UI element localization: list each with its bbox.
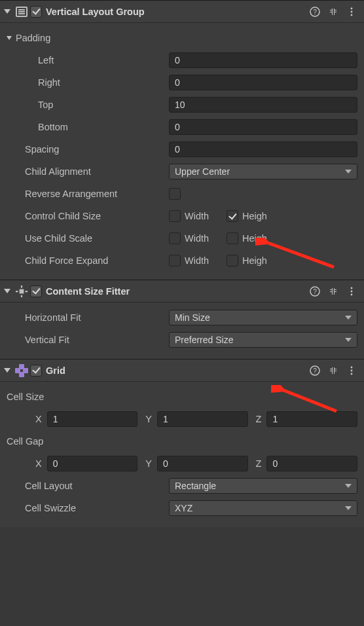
help-icon[interactable]: ? — [308, 363, 322, 378]
svg-text:?: ? — [313, 367, 317, 375]
cell-gap-label: Cell Gap — [7, 436, 43, 447]
svg-point-8 — [351, 287, 353, 289]
grid-title: Grid — [46, 365, 65, 376]
padding-bottom-input[interactable] — [169, 119, 357, 135]
vertical-fit-label: Vertical Fit — [7, 335, 169, 345]
svg-point-15 — [351, 373, 353, 375]
axis-x-label: X — [35, 458, 43, 469]
scale-width-checkbox[interactable] — [169, 232, 181, 244]
axis-y-label: Y — [141, 458, 153, 469]
width-label: Width — [185, 211, 223, 221]
vertical-fit-value: Preferred Size — [175, 335, 233, 345]
cell-gap-y-input[interactable] — [157, 456, 248, 471]
scale-height-checkbox[interactable] — [227, 232, 238, 244]
height-label: Heigh — [242, 211, 280, 221]
reverse-arrangement-checkbox[interactable] — [169, 188, 181, 200]
padding-bottom-label: Bottom — [7, 122, 169, 132]
cell-swizzle-label: Cell Swizzle — [7, 503, 169, 513]
padding-top-input[interactable] — [169, 97, 357, 113]
svg-point-10 — [351, 293, 353, 295]
height-label: Heigh — [242, 233, 280, 244]
menu-icon[interactable] — [344, 5, 359, 19]
width-label: Width — [185, 255, 223, 266]
expand-width-checkbox[interactable] — [169, 255, 181, 267]
vlg-enable-checkbox[interactable] — [30, 6, 42, 18]
vertical-fit-dropdown[interactable]: Preferred Size — [169, 332, 357, 348]
child-alignment-dropdown[interactable]: Upper Center — [169, 164, 357, 179]
cell-swizzle-dropdown[interactable]: XYZ — [169, 500, 357, 516]
svg-rect-5 — [20, 289, 24, 293]
menu-icon[interactable] — [344, 363, 359, 378]
padding-right-label: Right — [7, 77, 169, 88]
reverse-arrangement-label: Reverse Arrangement — [7, 189, 169, 199]
grid-icon — [14, 363, 29, 378]
spacing-label: Spacing — [7, 144, 169, 155]
height-label: Heigh — [242, 255, 280, 266]
svg-text:?: ? — [313, 9, 317, 16]
foldout-icon[interactable] — [4, 9, 10, 14]
child-alignment-value: Upper Center — [175, 166, 230, 177]
layout-icon — [14, 5, 29, 19]
width-label: Width — [185, 233, 223, 244]
foldout-icon[interactable] — [7, 36, 12, 40]
vlg-title: Vertical Layout Group — [46, 7, 145, 17]
cell-gap-x-input[interactable] — [47, 456, 138, 471]
csf-title: Content Size Fitter — [46, 286, 130, 297]
grid-enable-checkbox[interactable] — [30, 365, 42, 377]
spacing-input[interactable] — [169, 141, 357, 157]
expand-height-checkbox[interactable] — [227, 255, 238, 267]
foldout-icon[interactable] — [4, 289, 10, 293]
cell-size-x-input[interactable] — [47, 411, 138, 427]
cell-gap-z-input[interactable] — [266, 456, 357, 471]
cell-layout-dropdown[interactable]: Rectangle — [169, 478, 357, 494]
menu-icon[interactable] — [344, 284, 359, 299]
grid-component: Grid ? Cell Size X Y Z Cell Gap — [0, 359, 364, 527]
preset-icon[interactable] — [326, 363, 340, 378]
cell-size-label: Cell Size — [7, 392, 44, 402]
use-child-scale-label: Use Child Scale — [7, 233, 169, 244]
padding-label: Padding — [16, 33, 50, 43]
axis-x-label: X — [35, 414, 43, 424]
vertical-layout-group-component: Vertical Layout Group ? Padding Left Rig… — [0, 0, 364, 280]
child-force-expand-label: Child Force Expand — [7, 255, 169, 266]
cell-swizzle-value: XYZ — [175, 503, 192, 513]
svg-point-14 — [351, 369, 353, 371]
grid-body: Cell Size X Y Z Cell Gap X Y Z — [0, 382, 364, 527]
svg-point-3 — [351, 10, 353, 12]
svg-point-2 — [351, 7, 353, 9]
vlg-body: Padding Left Right Top Bottom Spacing Ch… — [0, 23, 364, 280]
control-height-checkbox[interactable] — [227, 210, 238, 222]
content-size-fitter-component: Content Size Fitter ? Horizontal Fit Min… — [0, 280, 364, 359]
horizontal-fit-value: Min Size — [175, 312, 210, 323]
padding-left-input[interactable] — [169, 52, 357, 68]
csf-enable-checkbox[interactable] — [30, 285, 42, 297]
foldout-icon[interactable] — [4, 368, 10, 373]
fitter-icon — [14, 284, 29, 299]
cell-layout-value: Rectangle — [175, 481, 216, 491]
axis-y-label: Y — [141, 414, 153, 424]
chevron-down-icon — [345, 484, 352, 488]
cell-layout-label: Cell Layout — [7, 481, 169, 491]
svg-point-4 — [351, 14, 353, 16]
chevron-down-icon — [345, 170, 352, 174]
help-icon[interactable]: ? — [308, 284, 322, 299]
axis-z-label: Z — [252, 414, 263, 424]
axis-z-label: Z — [252, 458, 263, 469]
padding-right-input[interactable] — [169, 75, 357, 90]
control-child-size-label: Control Child Size — [7, 211, 169, 221]
horizontal-fit-dropdown[interactable]: Min Size — [169, 310, 357, 325]
svg-text:?: ? — [313, 288, 317, 295]
child-alignment-label: Child Alignment — [7, 166, 169, 177]
cell-size-y-input[interactable] — [157, 411, 248, 427]
svg-point-9 — [351, 290, 353, 292]
grid-header[interactable]: Grid ? — [0, 359, 364, 382]
preset-icon[interactable] — [326, 5, 340, 19]
chevron-down-icon — [345, 316, 352, 320]
vlg-header[interactable]: Vertical Layout Group ? — [0, 1, 364, 23]
preset-icon[interactable] — [326, 284, 340, 299]
svg-point-13 — [351, 366, 353, 368]
cell-size-z-input[interactable] — [266, 411, 357, 427]
control-width-checkbox[interactable] — [169, 210, 181, 222]
help-icon[interactable]: ? — [308, 5, 322, 19]
csf-header[interactable]: Content Size Fitter ? — [0, 280, 364, 303]
